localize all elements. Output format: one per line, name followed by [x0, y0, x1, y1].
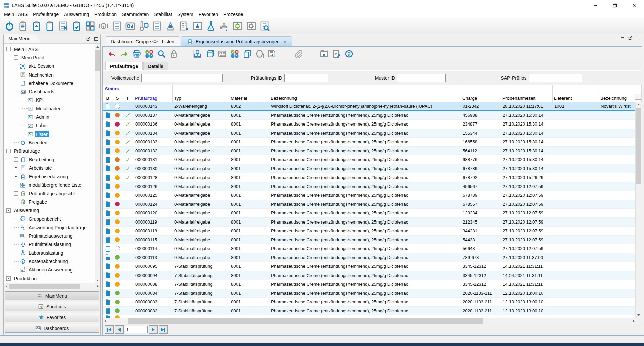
toolbar-gearb-icon[interactable]	[245, 20, 257, 32]
tree-item-auswertung-projektaufträge[interactable]: Auswertung Projektaufträge	[4, 223, 100, 232]
scroll-down-icon[interactable]	[95, 278, 100, 283]
column-header-bezeichnung[interactable]: Bezeichnung	[269, 85, 461, 102]
tree-item-dashboards[interactable]: -Dashboards	[4, 87, 100, 96]
menu-system[interactable]: System	[175, 11, 196, 18]
grid-row-000000128[interactable]: 0000001280-Materialfreigabe8001Pharmazeu…	[103, 173, 636, 182]
toolbar-list-icon[interactable]	[111, 20, 123, 32]
grid-row-000000088[interactable]: 0000000887-Stabilitätsprüfung8001Pharmaz…	[103, 280, 636, 289]
subtab-details[interactable]: Details	[143, 62, 168, 70]
toolbar-clip-icon[interactable]	[44, 20, 56, 32]
menu-stabilität[interactable]: Stabilität	[151, 11, 175, 18]
scroll-left-icon[interactable]	[4, 283, 9, 289]
tree-vertical-scrollbar[interactable]	[95, 44, 100, 283]
tree-item-laborauslastung[interactable]: Laborauslastung	[4, 249, 100, 257]
tree-item-produktion[interactable]: -Produktion	[4, 274, 100, 283]
grid-vertical-scrollbar[interactable]	[635, 102, 642, 318]
doc-toolbar-status4-icon[interactable]	[229, 49, 239, 59]
next-page-button[interactable]	[149, 325, 158, 334]
collapse-icon[interactable]: -	[14, 90, 18, 94]
tree-item-arbeitsliste[interactable]: +Arbeitsliste	[4, 164, 100, 172]
page-number-input[interactable]	[125, 326, 148, 333]
grid-row-000000119[interactable]: 0000001190-Materialfreigabe8001Pharmazeu…	[103, 218, 636, 227]
tab-dashboard-gruppe-listen[interactable]: Dashboard-Gruppe <> - Listen	[105, 36, 180, 46]
scroll-up-icon[interactable]	[95, 44, 100, 49]
collapse-icon[interactable]: -	[6, 47, 11, 51]
doc-toolbar-folderstar-icon[interactable]	[319, 49, 329, 59]
column-header-t[interactable]: T	[122, 85, 133, 102]
grid-row-000000084[interactable]: 0000000847-Stabilitätsprüfung8001Pharmaz…	[103, 289, 636, 298]
tree-horizontal-scrollbar[interactable]	[4, 283, 100, 289]
toolbar-building-icon[interactable]	[178, 20, 190, 32]
scroll-down-icon[interactable]	[636, 313, 642, 318]
column-chooser-button[interactable]: ...	[635, 94, 641, 100]
grid-row-000000124[interactable]: 0000001240-Materialfreigabe8001Pharmazeu…	[103, 200, 636, 209]
grid-row-000000137[interactable]: 0000001370-Materialfreigabe8001Pharmazeu…	[103, 111, 636, 120]
close-button[interactable]: ×	[625, 0, 644, 11]
toolbar-faucet-icon[interactable]	[218, 20, 230, 32]
grid-row-000000083[interactable]: 0000000837-Stabilitätsprüfung8001Pharmaz…	[103, 298, 636, 307]
doc-maximize-icon[interactable]	[636, 35, 641, 40]
column-header-lieferant[interactable]: Lieferant	[553, 85, 599, 102]
panel-float-icon[interactable]	[86, 37, 91, 41]
tree-item-auswertung[interactable]: -Auswertung	[4, 206, 100, 215]
collapse-icon[interactable]: -	[6, 149, 11, 153]
column-header-material[interactable]: Material	[229, 85, 269, 102]
grid-row-000000082[interactable]: 0000000827-Stabilitätsprüfung8001Pharmaz…	[103, 307, 636, 316]
grid-row-000000143[interactable]: 0000001432-Wareneingang8002Wirkstoff Dic…	[103, 102, 636, 111]
minimize-button[interactable]	[586, 0, 605, 11]
grid-row-000000094[interactable]: 0000000947-Stabilitätsprüfung8001Pharmaz…	[103, 271, 636, 280]
doc-toolbar-status4-icon[interactable]	[144, 49, 154, 59]
tree-item-erhaltene-dokumente[interactable]: erhaltene Dokumente	[4, 79, 100, 87]
tree-item-aktionen-auswertung[interactable]: !Aktionen Auswertung	[4, 266, 100, 274]
collapse-icon[interactable]: -	[6, 276, 11, 281]
toolbar-dashboard-icon[interactable]	[124, 20, 136, 32]
grid-row-000000113[interactable]: 0000001130-Materialfreigabe8001Pharmazeu…	[103, 253, 636, 262]
grid-row-000000134[interactable]: 0000001340-Materialfreigabe8001Pharmazeu…	[103, 129, 636, 138]
grid-row-000000133[interactable]: 0000001330-Materialfreigabe8001Pharmazeu…	[103, 138, 636, 147]
filter-input-volltextsuche[interactable]	[141, 74, 223, 82]
scroll-up-icon[interactable]	[636, 102, 642, 107]
column-header-typ[interactable]: Typ	[173, 85, 229, 102]
expand-icon[interactable]: +	[14, 166, 18, 170]
filter-input-prüfauftrags-id[interactable]	[284, 74, 328, 82]
toolbar-info-icon[interactable]: i	[97, 20, 109, 32]
doc-toolbar-undo-icon[interactable]	[107, 49, 117, 59]
nav-button-favorites[interactable]: Favorites	[5, 313, 99, 322]
doc-toolbar-cubes-icon[interactable]	[192, 49, 202, 59]
doc-toolbar-docedit-icon[interactable]	[331, 49, 341, 59]
menu-favoriten[interactable]: Favoriten	[196, 11, 221, 18]
tree-item-prüfmittelauslastung[interactable]: Prüfmittelauslastung	[4, 240, 100, 249]
doc-toolbar-lock-icon[interactable]	[169, 49, 179, 59]
doc-toolbar-idcard-icon[interactable]	[217, 49, 227, 59]
tree-item-mein-profil[interactable]: +Mein Profil	[4, 53, 100, 62]
doc-toolbar-printer-icon[interactable]	[131, 49, 142, 59]
doc-toolbar-save-icon[interactable]	[267, 49, 277, 59]
subtab-prüfaufträge[interactable]: Prüfaufträge	[105, 62, 143, 70]
grid-row-000000136[interactable]: 0000001360-Materialfreigabe8001Pharmazeu…	[103, 120, 636, 129]
grid-horizontal-scrollbar[interactable]	[103, 318, 642, 324]
expand-icon[interactable]: +	[14, 55, 18, 60]
panel-maximize-icon[interactable]	[94, 37, 98, 41]
grid-row-partial[interactable]	[103, 315, 636, 318]
toolbar-power-icon[interactable]	[3, 20, 15, 32]
tree-item-nachrichten[interactable]: Nachrichten	[4, 70, 100, 79]
grid-row-000000118[interactable]: 0000001180-Materialfreigabe8001Pharmazeu…	[103, 227, 636, 236]
expand-icon[interactable]: +	[14, 191, 18, 196]
tree-item-kpi[interactable]: KPI	[4, 96, 100, 104]
nav-button-dashboards[interactable]: Dashboards	[5, 324, 99, 333]
panel-minimize-icon[interactable]	[78, 37, 83, 41]
menu-produktion[interactable]: Produktion	[92, 11, 119, 18]
doc-toolbar-paperclip-icon[interactable]	[293, 49, 303, 59]
menu-auswertung[interactable]: Auswertung	[61, 11, 92, 18]
toolbar-squares-icon[interactable]	[84, 20, 96, 32]
grid-row-000000130[interactable]: 0000001300-Materialfreigabe8001Pharmazeu…	[103, 164, 636, 174]
menu-prozesse[interactable]: Prozesse	[221, 11, 246, 18]
grid-row-000000120[interactable]: 0000001200-Materialfreigabe8001Pharmazeu…	[103, 209, 636, 218]
tree-item-modulübergreifende-liste[interactable]: modulübergreifende Liste	[4, 181, 100, 189]
first-page-button[interactable]	[105, 325, 114, 334]
tree-item-bearbeitung[interactable]: +Bearbeitung	[4, 155, 100, 164]
doc-minimize-icon[interactable]	[620, 35, 625, 40]
toolbar-flaskstand-icon[interactable]	[164, 20, 176, 32]
grid-row-000000131[interactable]: 0000001310-Materialfreigabe8001Pharmazeu…	[103, 155, 636, 164]
doc-toolbar-copy-icon[interactable]	[242, 49, 252, 59]
